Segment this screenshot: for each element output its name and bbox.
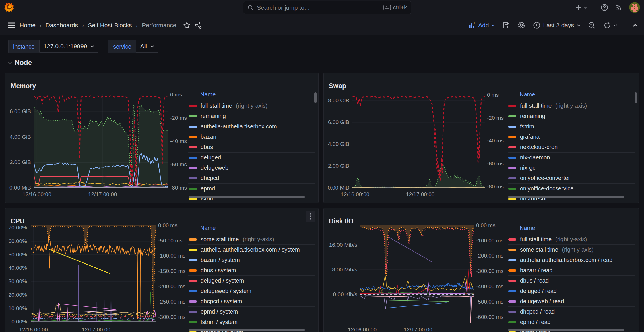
legend-horizontal-scrollbar[interactable] — [508, 329, 624, 331]
legend-series-label: some stall time — [201, 236, 239, 243]
legend-header: Name — [508, 225, 635, 234]
legend-series-color-swatch — [189, 321, 197, 323]
legend-item[interactable]: nix-daemon — [508, 152, 635, 163]
plot[interactable] — [352, 94, 485, 188]
legend-series-label: dhcpcd / system — [201, 298, 242, 305]
plot[interactable] — [34, 94, 168, 188]
collapse-toolbar-chevron-icon[interactable] — [633, 24, 638, 27]
save-dashboard-icon[interactable] — [503, 22, 510, 29]
legend-item[interactable]: grafana — [508, 132, 635, 142]
share-icon[interactable] — [195, 22, 202, 29]
legend-item[interactable]: full stall time (right y-axis) — [508, 234, 635, 244]
legend-item[interactable]: authelia-authelia.tiserbox.com — [188, 121, 315, 132]
plot[interactable] — [360, 225, 474, 323]
dashboard-settings-gear-icon[interactable] — [517, 21, 525, 29]
legend-item[interactable]: dhcpcd — [188, 173, 315, 183]
legend-item[interactable]: full stall time (right y-axis) — [188, 101, 315, 111]
legend-item[interactable]: deluged / read — [508, 286, 635, 296]
y-axis-label-right: -100.00 ms — [158, 253, 185, 259]
y-axis-label-left: 16.00 Mib/s — [324, 242, 357, 248]
row-node[interactable]: Node — [8, 59, 32, 67]
legend-header: Name — [188, 225, 315, 234]
help-icon[interactable] — [600, 3, 608, 11]
legend-vertical-scrollbar[interactable] — [635, 92, 637, 103]
legend-series-color-swatch — [508, 238, 516, 241]
legend-item[interactable]: some stall time (right y-axis) — [188, 234, 315, 244]
legend-series-color-swatch — [508, 157, 516, 159]
new-button[interactable] — [575, 4, 587, 11]
legend-item[interactable]: dhcpcd / system — [188, 296, 315, 306]
legend-item[interactable]: remaining — [188, 111, 315, 121]
variable-value-dropdown[interactable]: All — [136, 40, 158, 53]
add-panel-icon — [469, 22, 476, 28]
legend-horizontal-scrollbar[interactable] — [508, 196, 624, 198]
legend-item[interactable]: delugeweb / system — [188, 286, 315, 296]
search-input[interactable]: Search or jump to... ctrl+k — [243, 1, 411, 14]
legend-series-color-swatch — [508, 167, 516, 169]
legend-item[interactable]: fstrim — [508, 121, 635, 132]
y-axis-label-right: -80 ms — [487, 184, 504, 190]
refresh-icon[interactable] — [603, 22, 617, 29]
breadcrumb-item[interactable]: Dashboards — [46, 22, 78, 29]
y-axis-label-left: 4.00 GiB — [5, 134, 31, 140]
breadcrumb-item[interactable]: Self Host Blocks — [88, 22, 132, 29]
zoom-out-icon[interactable] — [588, 22, 596, 29]
legend-horizontal-scrollbar[interactable] — [189, 196, 305, 198]
legend-series-color-swatch — [508, 105, 516, 107]
y-axis-label-right: -100.00 ms — [476, 238, 503, 244]
grafana-logo-icon[interactable] — [3, 2, 15, 13]
y-axis-label-right: -60 ms — [170, 161, 187, 168]
avatar[interactable] — [629, 2, 640, 13]
legend-item[interactable]: dbus — [188, 142, 315, 152]
add-button[interactable]: Add — [469, 22, 495, 29]
legend-item[interactable]: delugeweb / read — [508, 296, 635, 306]
legend-vertical-scrollbar[interactable] — [314, 92, 317, 103]
y-axis-label-right: -60 ms — [487, 161, 504, 167]
legend-series-label: grafana — [520, 134, 540, 140]
legend-series-color-swatch — [189, 249, 197, 251]
y-axis-label-left: 70.00% — [5, 225, 27, 231]
y-axis-label-left: 10.00% — [5, 305, 27, 312]
legend-item[interactable]: epmd / read — [508, 317, 635, 327]
legend-item[interactable]: bazarr / read — [508, 265, 635, 275]
legend-item[interactable]: deluged — [188, 152, 315, 163]
legend-series-label: full stall time — [520, 236, 552, 243]
legend-item[interactable]: epmd / system — [188, 306, 315, 317]
legend-item[interactable]: epmd — [188, 183, 315, 194]
legend-series-label: nix-gc — [520, 165, 535, 171]
legend-item[interactable]: onlyoffice-docservice — [508, 183, 635, 194]
breadcrumb-item[interactable]: Home — [20, 22, 36, 29]
y-axis-label-left: 0.00 Kib/s — [324, 291, 357, 298]
breadcrumb-separator: › — [40, 22, 42, 29]
legend-series-color-swatch — [189, 311, 197, 313]
plot[interactable] — [31, 225, 156, 323]
legend-item[interactable]: dbus / read — [508, 275, 635, 286]
legend-item[interactable]: onlyoffice-converter — [508, 173, 635, 183]
menu-hamburger-icon[interactable] — [7, 22, 15, 28]
legend-item[interactable]: full stall time (right y-axis) — [508, 101, 635, 111]
legend-item[interactable]: bazarr — [188, 132, 315, 142]
legend-item[interactable]: dhcpcd / read — [508, 306, 635, 317]
legend-series-axis-note: (right y-axis) — [236, 103, 267, 109]
favorite-star-icon[interactable] — [183, 22, 191, 29]
legend-item[interactable]: nextcloud-cron — [508, 142, 635, 152]
y-axis-label-left: 0.00% — [5, 319, 27, 325]
news-rss-icon[interactable] — [615, 3, 623, 11]
chevron-down-icon — [577, 24, 581, 27]
legend-item[interactable]: dbus / system — [188, 265, 315, 275]
legend-series-color-swatch — [508, 188, 516, 190]
legend-series-color-swatch — [189, 115, 197, 117]
variable-value-dropdown[interactable]: 127.0.0.1:19999 — [39, 40, 99, 53]
legend-item[interactable]: delugeweb — [188, 163, 315, 173]
legend-item[interactable]: some stall time (right y-axis) — [508, 244, 635, 255]
legend-item[interactable]: nix-gc — [508, 163, 635, 173]
legend-item[interactable]: remaining — [508, 111, 635, 121]
legend-series-color-swatch — [508, 280, 516, 282]
legend-item[interactable]: fstrim / system — [188, 317, 315, 327]
legend-item[interactable]: deluged / system — [188, 275, 315, 286]
legend-item[interactable]: bazarr / system — [188, 255, 315, 265]
legend-horizontal-scrollbar[interactable] — [189, 329, 305, 331]
legend-item[interactable]: authelia-authelia.tiserbox.com / system — [188, 244, 315, 255]
legend-item[interactable]: authelia-authelia.tiserbox.com / read — [508, 255, 635, 265]
time-range-picker[interactable]: Last 2 days — [533, 22, 581, 29]
